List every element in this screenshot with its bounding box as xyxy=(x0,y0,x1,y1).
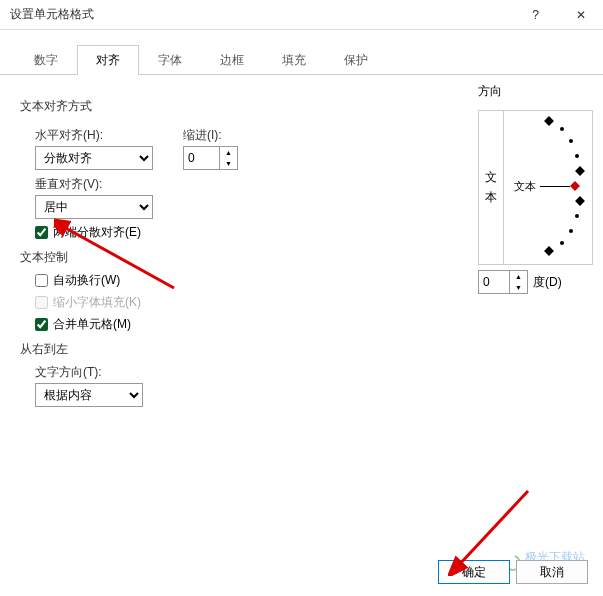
indent-input[interactable] xyxy=(184,149,219,167)
degree-spinner[interactable]: ▲▼ xyxy=(478,270,528,294)
rtl-group-label: 从右到左 xyxy=(20,341,583,358)
window-title: 设置单元格格式 xyxy=(10,6,513,23)
dial-diamond xyxy=(575,166,585,176)
merge-label: 合并单元格(M) xyxy=(53,316,131,333)
degree-down-icon[interactable]: ▼ xyxy=(510,282,527,293)
tab-bar: 数字 对齐 字体 边框 填充 保护 xyxy=(0,30,603,75)
cancel-button[interactable]: 取消 xyxy=(516,560,588,584)
tab-font[interactable]: 字体 xyxy=(139,45,201,75)
justify-label: 两端分散对齐(E) xyxy=(53,224,141,241)
tab-protection[interactable]: 保护 xyxy=(325,45,387,75)
h-align-label: 水平对齐(H): xyxy=(35,127,153,144)
ok-button[interactable]: 确定 xyxy=(438,560,510,584)
orient-text-label: 文本 xyxy=(514,179,536,194)
indent-down-icon[interactable]: ▼ xyxy=(220,158,237,169)
orientation-box: 文 本 文本 xyxy=(478,110,593,265)
tab-fill[interactable]: 填充 xyxy=(263,45,325,75)
dial-dot xyxy=(569,139,573,143)
dial-diamond xyxy=(544,246,554,256)
shrink-label: 缩小字体填充(K) xyxy=(53,294,141,311)
wrap-checkbox[interactable] xyxy=(35,274,48,287)
shrink-checkbox xyxy=(35,296,48,309)
dial-dot xyxy=(575,154,579,158)
vertical-text-button[interactable]: 文 本 xyxy=(479,111,504,264)
dial-dot xyxy=(560,241,564,245)
close-button[interactable]: ✕ xyxy=(558,0,603,30)
orient-line xyxy=(540,186,570,187)
text-dir-label: 文字方向(T): xyxy=(35,364,583,381)
help-button[interactable]: ? xyxy=(513,0,558,30)
dial-diamond xyxy=(575,196,585,206)
orientation-group-label: 方向 xyxy=(478,83,593,100)
dial-dot xyxy=(575,214,579,218)
indent-spinner[interactable]: ▲▼ xyxy=(183,146,238,170)
dial-diamond xyxy=(544,116,554,126)
degree-up-icon[interactable]: ▲ xyxy=(510,271,527,282)
justify-checkbox[interactable] xyxy=(35,226,48,239)
dial-dot xyxy=(560,127,564,131)
degree-label: 度(D) xyxy=(533,274,562,291)
tab-alignment[interactable]: 对齐 xyxy=(77,45,139,75)
text-dir-select[interactable]: 根据内容 xyxy=(35,383,143,407)
svg-line-1 xyxy=(458,491,528,566)
degree-input[interactable] xyxy=(479,273,509,291)
indent-up-icon[interactable]: ▲ xyxy=(220,147,237,158)
wrap-label: 自动换行(W) xyxy=(53,272,120,289)
title-bar: 设置单元格格式 ? ✕ xyxy=(0,0,603,30)
orientation-dial[interactable]: 文本 xyxy=(504,111,592,264)
tab-number[interactable]: 数字 xyxy=(15,45,77,75)
dial-dot xyxy=(569,229,573,233)
tab-border[interactable]: 边框 xyxy=(201,45,263,75)
dialog-footer: 确定 取消 xyxy=(438,560,588,584)
indent-label: 缩进(I): xyxy=(183,127,238,144)
h-align-select[interactable]: 分散对齐 xyxy=(35,146,153,170)
merge-checkbox[interactable] xyxy=(35,318,48,331)
dial-diamond-active xyxy=(570,181,580,191)
v-align-select[interactable]: 居中 xyxy=(35,195,153,219)
